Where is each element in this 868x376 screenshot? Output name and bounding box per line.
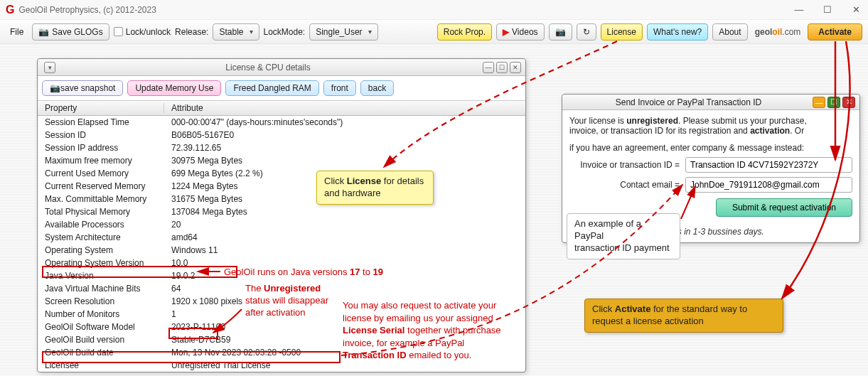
license-panel-title: License & CPU details <box>55 63 481 72</box>
panel-close-icon[interactable]: ✕ <box>510 62 521 73</box>
invoice-id-input[interactable] <box>685 157 852 173</box>
cell-property: Current Used Memory <box>38 168 164 178</box>
panel-menu-icon[interactable]: ▾ <box>44 62 55 73</box>
lock-unlock-label: Lock/unlock <box>126 27 171 37</box>
activate-button[interactable]: Activate <box>808 23 862 41</box>
menu-file[interactable]: File <box>6 27 28 37</box>
cell-attribute: 72.39.112.65 <box>164 143 525 153</box>
refresh-button[interactable]: ↻ <box>577 23 596 41</box>
refresh-icon: ↻ <box>583 27 590 37</box>
annot-java-note: GeolOil runs on Java versions 17 to 19 <box>224 267 383 277</box>
window-minimize-icon[interactable]: — <box>793 4 805 15</box>
lockmode-value: Single_User <box>316 27 362 37</box>
save-glogs-button[interactable]: 📷 Save GLOGs <box>32 23 109 41</box>
camera-icon: 📷 <box>555 27 566 37</box>
table-row: Operating SystemWindows 11 <box>38 244 525 257</box>
panel-maximize-icon[interactable]: ☐ <box>496 62 508 73</box>
send-panel-header: Send Invoice or PayPal Transaction ID — … <box>562 95 859 110</box>
cell-property: Operating System <box>38 245 164 255</box>
send-maximize-icon[interactable]: ☐ <box>827 97 840 108</box>
cell-property: Current Reserved Memory <box>38 181 164 191</box>
cell-property: Session ID <box>38 130 164 140</box>
release-select[interactable]: Stable <box>213 23 259 41</box>
cell-property: Maximum free memory <box>38 156 164 166</box>
table-row: Maximum free memory30975 Mega Bytes <box>38 154 525 167</box>
send-text-line1: Your license is unregistered. Please sub… <box>569 116 852 126</box>
whats-new-button[interactable]: What's new? <box>647 23 708 41</box>
send-text-line2: invoice, or transaction ID for its regis… <box>569 126 852 136</box>
callout-click-license: Click License for details and hardware <box>316 171 434 205</box>
cell-attribute: 137084 Mega Bytes <box>164 207 525 217</box>
snapshot-label: save snapshot <box>60 83 115 93</box>
table-row: System Architectureamd64 <box>38 231 525 244</box>
cell-attribute: 000-00:00'47" (days-hours:minutes'second… <box>164 117 525 127</box>
cell-property: Total Physical Memory <box>38 207 164 217</box>
cell-property: Max. Committable Memory <box>38 194 164 204</box>
annot-email-serial: You may also request to activate your li… <box>343 299 524 362</box>
save-snapshot-button[interactable]: 📷 save snapshot <box>42 80 123 96</box>
cell-attribute: Windows 11 <box>164 245 525 255</box>
send-minimize-icon[interactable]: — <box>813 97 825 108</box>
table-row: Current Reserved Memory1224 Mega Bytes <box>38 180 525 193</box>
back-button[interactable]: back <box>360 80 394 96</box>
license-button[interactable]: License <box>601 23 643 41</box>
update-memory-button[interactable]: Update Memory Use <box>127 80 221 96</box>
contact-email-label: Contact email = <box>569 180 680 190</box>
cell-property: Session Elapsed Time <box>38 117 164 127</box>
cell-property: Available Processors <box>38 220 164 230</box>
highlight-license-serial <box>42 351 341 363</box>
freed-ram-button[interactable]: Freed Dangled RAM <box>225 80 318 96</box>
cell-property: System Architecture <box>38 232 164 242</box>
cell-property: Java Virtual Machine Bits <box>38 284 164 294</box>
cell-property: GeolOil Software Model <box>38 322 164 332</box>
videos-label: Videos <box>512 27 537 37</box>
main-toolbar: File 📷 Save GLOGs Lock/unlock Release: S… <box>0 20 868 44</box>
annot-unregistered: The Unregistered status will disappear a… <box>245 283 338 319</box>
license-panel-header: ▾ License & CPU details — ☐ ✕ <box>38 59 525 76</box>
col-property: Property <box>38 103 164 113</box>
window-maximize-icon[interactable]: ☐ <box>821 4 834 15</box>
brand-part1: geol <box>755 27 773 37</box>
callout-click-activate: Click Activate for the standard way to r… <box>584 299 783 333</box>
cell-attribute: amd64 <box>164 232 525 242</box>
table-row: Max. Committable Memory31675 Mega Bytes <box>38 193 525 205</box>
highlight-unregistered <box>168 328 218 339</box>
cell-property: GeolOil Build version <box>38 335 164 345</box>
col-attribute: Attribute <box>164 103 525 113</box>
brand-logo[interactable]: geoloil.com <box>752 27 804 37</box>
lockmode-label: LockMode: <box>264 27 306 37</box>
release-value: Stable <box>219 27 243 37</box>
table-row: Session IDB06B05-5167E0 <box>38 129 525 141</box>
titlebar: G GeolOil Petrophysics, (c) 2012-2023 — … <box>0 0 868 20</box>
window-close-icon[interactable]: ✕ <box>850 4 862 15</box>
rock-prop-button[interactable]: Rock Prop. <box>437 23 492 41</box>
window-title: GeolOil Petrophysics, (c) 2012-2023 <box>18 5 156 15</box>
send-close-icon[interactable]: ✕ <box>842 97 855 108</box>
videos-button[interactable]: ▶ Videos <box>496 23 544 41</box>
callout-paypal-example: An example of a PayPal transaction ID pa… <box>567 213 680 259</box>
lockmode-select[interactable]: Single_User <box>309 23 377 41</box>
submit-activation-button[interactable]: Submit & request activation <box>716 198 852 217</box>
table-row: Session IP address72.39.112.65 <box>38 141 525 154</box>
send-panel-title: Send Invoice or PayPal Transaction ID <box>567 97 810 107</box>
cell-attribute: 64 <box>164 284 525 294</box>
lock-unlock-checkbox[interactable] <box>114 27 123 36</box>
lock-unlock-group[interactable]: Lock/unlock <box>114 27 171 37</box>
contact-email-input[interactable] <box>685 177 852 193</box>
release-label: Release: <box>175 27 208 37</box>
license-table-header: Property Attribute <box>38 100 525 116</box>
cell-property: Session IP address <box>38 143 164 153</box>
front-button[interactable]: front <box>323 80 356 96</box>
about-button[interactable]: About <box>712 23 747 41</box>
cell-property: Number of Monitors <box>38 309 164 319</box>
table-row: Current Used Memory699 Mega Bytes (2.2 %… <box>38 167 525 180</box>
youtube-icon: ▶ <box>503 27 509 37</box>
app-logo-icon: G <box>6 4 14 16</box>
panel-minimize-icon[interactable]: — <box>483 62 494 73</box>
license-panel-toolbar: 📷 save snapshot Update Memory Use Freed … <box>38 76 525 100</box>
table-row: Session Elapsed Time000-00:00'47" (days-… <box>38 116 525 129</box>
camera-button[interactable]: 📷 <box>549 23 572 41</box>
send-text-line3: if you have an agreement, enter company … <box>569 143 852 153</box>
cell-attribute: 20 <box>164 220 525 230</box>
cell-attribute: 30975 Mega Bytes <box>164 156 525 166</box>
